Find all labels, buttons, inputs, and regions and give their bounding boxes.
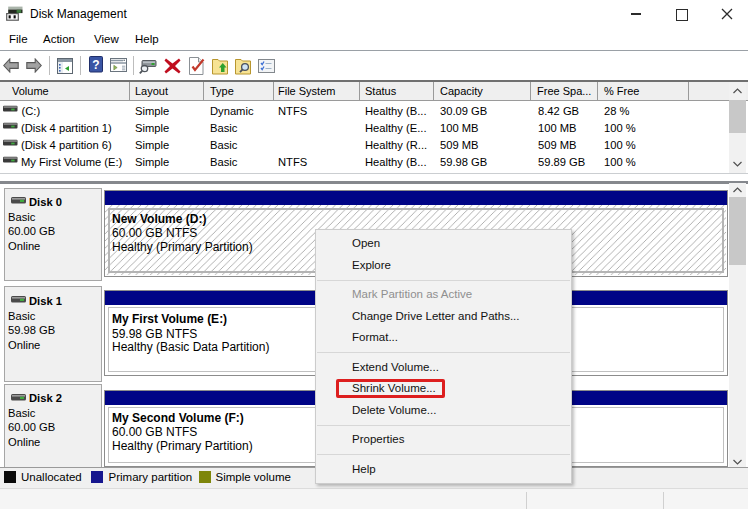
svg-text:?: ? xyxy=(92,58,99,72)
